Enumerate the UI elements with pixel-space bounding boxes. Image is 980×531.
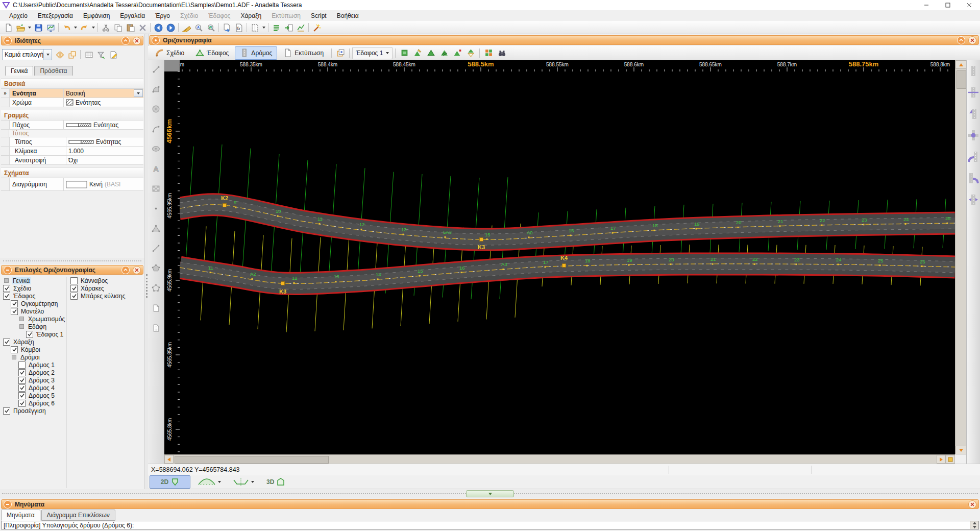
gtriud-button[interactable] — [464, 47, 477, 59]
terrain-combo[interactable]: Έδαφος 1 — [352, 47, 393, 59]
tellipse-tool[interactable] — [150, 143, 162, 154]
checkbox-checked[interactable] — [18, 369, 26, 376]
tree-item-Χάρακες[interactable]: Χάρακες — [68, 284, 145, 292]
horizontal-scroll-thumb[interactable] — [175, 456, 329, 464]
scroll-up-icon[interactable] — [955, 60, 967, 69]
close-panel-icon[interactable] — [968, 500, 976, 509]
chevron-down-icon[interactable] — [251, 481, 254, 483]
checkbox-unchecked[interactable] — [70, 277, 78, 284]
checkbox-checked[interactable] — [11, 346, 18, 353]
checkbox-checked[interactable] — [3, 339, 10, 346]
binoc-button[interactable] — [496, 47, 508, 59]
tree-item-Μοντέλο[interactable]: Μοντέλο — [1, 307, 65, 315]
collapse-icon[interactable] — [4, 500, 12, 509]
tpoly-tool[interactable] — [150, 282, 162, 294]
tarc2-tool[interactable] — [150, 123, 162, 134]
gimport-button[interactable] — [282, 22, 295, 33]
collapse-icon[interactable] — [4, 37, 12, 45]
canvas-vertical-scrollbar[interactable] — [955, 60, 966, 454]
tree-item-Χρωματισμός[interactable]: Χρωματισμός — [1, 315, 65, 323]
fx-button[interactable]: fx — [233, 22, 245, 33]
tpage-tool[interactable] — [150, 302, 162, 313]
tree-item-Δρόμος 3[interactable]: Δρόμος 3 — [1, 376, 65, 384]
chevron-down-icon[interactable] — [27, 22, 32, 33]
plan-mode-Έδαφος[interactable]: Έδαφος — [190, 46, 234, 60]
tree-item-Δρόμος 1[interactable]: Δρόμος 1 — [1, 361, 65, 369]
ttext-tool[interactable]: A — [150, 163, 162, 174]
tree-item-Έδαφος 1[interactable]: Έδαφος 1 — [1, 330, 65, 338]
checkbox-checked[interactable] — [18, 384, 26, 392]
scroll-up-icon[interactable] — [970, 521, 978, 525]
plan-canvas[interactable]: 9101112135A315A01617181920212223242511A2… — [180, 71, 955, 454]
menu-Εκτύπωση[interactable]: Εκτύπωση — [266, 11, 306, 20]
tree-item-Κάνναβος[interactable]: Κάνναβος — [68, 277, 145, 284]
property-value[interactable]: Ενότητας — [64, 120, 143, 129]
gtripencil-button[interactable] — [411, 47, 424, 59]
tree-item-Δρόμος 4[interactable]: Δρόμος 4 — [1, 384, 65, 392]
scroll-right-icon[interactable] — [937, 455, 946, 464]
menu-Έργο[interactable]: Έργο — [150, 11, 175, 20]
tree-item-Προσέγγιση[interactable]: Προσέγγιση — [1, 407, 65, 415]
plan-mode-Δρόμος[interactable]: Δρόμος — [235, 46, 277, 60]
glist-button[interactable] — [270, 22, 282, 33]
tree-item-Σχέδιο[interactable]: Σχέδιο — [1, 284, 65, 292]
checkbox-checked[interactable] — [18, 377, 26, 384]
panel-state-icon[interactable] — [152, 36, 160, 44]
pfunnel-icon[interactable] — [95, 49, 107, 60]
pflip-icon[interactable] — [54, 49, 65, 60]
chevron-down-icon[interactable] — [90, 22, 96, 33]
canvas-horizontal-scrollbar[interactable] — [164, 454, 955, 464]
tree-item-Μπάρες κύλισης[interactable]: Μπάρες κύλισης — [68, 292, 145, 300]
checkbox-checked[interactable] — [70, 293, 78, 300]
tline-tool[interactable] — [150, 63, 162, 75]
chevron-down-icon[interactable] — [386, 52, 389, 54]
checkbox-checked[interactable] — [18, 392, 26, 399]
savescr-button[interactable] — [44, 22, 57, 33]
scroll-down-icon[interactable] — [955, 446, 967, 454]
property-value[interactable]: Ενότητας — [64, 98, 143, 107]
players-icon[interactable] — [66, 49, 78, 60]
tree-item-Χάραξη[interactable]: Χάραξη — [1, 338, 65, 346]
tpoint-tool[interactable] — [150, 203, 162, 214]
view-3d-button[interactable]: 3D — [262, 475, 289, 489]
checkbox-checked[interactable] — [18, 400, 26, 407]
collapse-icon[interactable] — [4, 266, 12, 274]
checkbox-checked[interactable] — [26, 331, 33, 338]
tree-item-Εδάφη[interactable]: Εδάφη — [1, 323, 65, 330]
checkbox-checked[interactable] — [3, 293, 10, 300]
r-ramp-tool[interactable] — [967, 107, 979, 120]
chevron-down-icon[interactable] — [134, 89, 143, 97]
property-value[interactable]: Βασική — [64, 89, 143, 98]
chevron-up-icon[interactable] — [957, 36, 965, 44]
messages-scrollbar[interactable] — [970, 521, 978, 529]
tree-item-Κόμβοι[interactable]: Κόμβοι — [1, 346, 65, 353]
tpolyf-tool[interactable] — [150, 262, 162, 274]
back-button[interactable] — [152, 22, 164, 33]
gtrired-button[interactable] — [451, 47, 463, 59]
open-button[interactable] — [14, 22, 27, 33]
checkbox-unchecked[interactable] — [18, 361, 26, 369]
scroll-left-icon[interactable] — [164, 455, 174, 464]
close-panel-icon[interactable] — [133, 37, 141, 45]
property-value[interactable]: Κενή(BASI — [64, 178, 143, 190]
layers-button[interactable] — [334, 47, 347, 59]
plan-mode-Σχέδιο[interactable]: Σχέδιο — [150, 46, 189, 60]
tab-Γενικά[interactable]: Γενικά — [5, 66, 33, 76]
menu-Σχέδιο[interactable]: Σχέδιο — [175, 11, 203, 20]
save-button[interactable] — [32, 22, 44, 33]
selection-combo[interactable]: Καμιά επιλογή — [2, 49, 52, 60]
ttri-tool[interactable] — [150, 223, 162, 234]
layout-button[interactable] — [249, 22, 261, 33]
export-button[interactable] — [220, 22, 233, 33]
scroll-down-icon[interactable] — [970, 525, 978, 529]
close-panel-icon[interactable] — [968, 36, 976, 44]
property-value[interactable]: Όχι — [66, 156, 143, 164]
new-button[interactable] — [2, 22, 14, 33]
gtrihatch-button[interactable] — [438, 47, 450, 59]
r-roundabout-tool[interactable] — [967, 129, 979, 142]
tree-item-Δρόμοι[interactable]: Δρόμοι — [1, 353, 65, 361]
zoomW-button[interactable]: W — [205, 22, 217, 33]
r-narrow-tool[interactable] — [967, 193, 979, 206]
tpage2-tool[interactable] — [150, 322, 162, 333]
menu-Επεξεργασία[interactable]: Επεξεργασία — [33, 11, 78, 20]
